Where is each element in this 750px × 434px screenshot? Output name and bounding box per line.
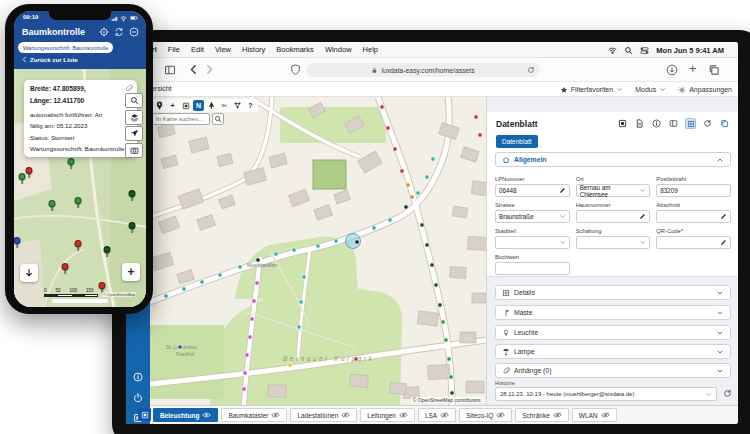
pencil-icon[interactable]	[639, 213, 646, 220]
panel-print-icon[interactable]	[719, 118, 730, 129]
map-marker[interactable]	[334, 239, 338, 243]
accordion-leuchte[interactable]: Leuchte	[495, 325, 731, 340]
tree-pin[interactable]	[21, 177, 23, 184]
menu-edit[interactable]: Edit	[191, 45, 204, 54]
tab-overview-icon[interactable]	[708, 64, 720, 76]
map-marker[interactable]	[393, 147, 397, 151]
zoom-in-button[interactable]: +	[122, 263, 140, 281]
map-marker[interactable]	[444, 338, 448, 342]
menu-bookmarks[interactable]: Bookmarks	[276, 45, 314, 54]
accordion-details[interactable]: Details	[495, 285, 731, 300]
selected-marker[interactable]	[355, 240, 360, 245]
accordion-allgemein[interactable]: Allgemein	[495, 152, 731, 167]
map-search-input[interactable]	[152, 113, 210, 125]
accordion-lampe[interactable]: Lampe	[495, 344, 731, 359]
map-marker[interactable]	[406, 183, 410, 187]
map-marker[interactable]	[449, 375, 453, 379]
download-button[interactable]	[20, 264, 38, 282]
map-marker[interactable]	[255, 281, 259, 285]
buchwert-field[interactable]	[495, 262, 570, 275]
map-marker[interactable]	[297, 325, 301, 329]
panel-undo-icon[interactable]	[702, 118, 713, 129]
historie-undo-icon[interactable]	[723, 389, 732, 398]
menu-window[interactable]: Window	[325, 45, 352, 54]
eye-off-icon[interactable]	[553, 412, 562, 418]
lpnummer-field[interactable]: 06448	[495, 184, 570, 197]
eye-off-icon[interactable]	[496, 412, 505, 418]
new-tab-icon[interactable]: +	[689, 61, 697, 76]
panel-grid-icon[interactable]	[685, 118, 696, 129]
tree-pin[interactable]	[77, 244, 79, 251]
map-marker[interactable]	[388, 218, 392, 222]
layer-tab-schraenke[interactable]: Schränke	[515, 408, 568, 422]
map-marker[interactable]	[416, 191, 420, 195]
historie-select[interactable]: 28.11.23, 10:19 - heute (muehlberger@six…	[495, 387, 717, 401]
wifi-icon[interactable]	[608, 46, 617, 55]
menu-history[interactable]: History	[242, 45, 265, 54]
tree-pin[interactable]	[77, 201, 79, 208]
schaltung-select[interactable]	[576, 236, 651, 249]
power-icon[interactable]	[133, 393, 143, 403]
panel-window-icon[interactable]	[617, 118, 628, 129]
map-marker[interactable]	[248, 335, 252, 339]
map-marker[interactable]	[182, 287, 186, 291]
map-marker[interactable]	[372, 226, 376, 230]
cut-tool-icon[interactable]: ✂	[219, 100, 230, 111]
panel-info-icon[interactable]	[651, 118, 662, 129]
help-tool-icon[interactable]: ?	[245, 100, 256, 111]
layer-tab-baumkataster[interactable]: Baumkataster	[221, 408, 287, 422]
map-area[interactable]: Musikpavillon Bernauer Kurpark St. Laure…	[150, 97, 486, 405]
customizations-button[interactable]: Anpassungen	[678, 86, 732, 94]
paperclip-icon[interactable]	[124, 84, 133, 93]
map-marker[interactable]	[288, 363, 292, 367]
layers-button[interactable]	[125, 110, 143, 125]
eye-off-icon[interactable]	[271, 412, 280, 418]
eye-off-icon[interactable]	[440, 412, 449, 418]
map-marker[interactable]	[425, 243, 429, 247]
tree-pin[interactable]	[131, 226, 133, 233]
map-marker[interactable]	[178, 345, 182, 349]
address-bar[interactable]: luxdata-easy.com/home/assets	[306, 63, 540, 77]
tree-pin[interactable]	[70, 162, 72, 169]
map-marker[interactable]	[252, 299, 256, 303]
map-marker[interactable]	[478, 133, 482, 137]
map-marker[interactable]	[441, 320, 445, 324]
tree-pin[interactable]	[64, 267, 66, 274]
strasse-select[interactable]: Braunstraße	[495, 210, 570, 223]
layer-tab-siteco-iq[interactable]: Siteco-IQ	[459, 408, 512, 422]
map-marker[interactable]	[316, 244, 320, 248]
map-marker[interactable]	[404, 205, 408, 209]
control-center-icon[interactable]	[640, 46, 649, 55]
map-marker[interactable]	[164, 294, 168, 298]
datenblatt-tab[interactable]: Datenblatt	[496, 135, 538, 148]
map-marker[interactable]	[354, 357, 358, 361]
downloads-icon[interactable]	[666, 64, 678, 76]
layer-tab-ladestationen[interactable]: Ladestationen	[290, 408, 357, 422]
move-tool-icon[interactable]: +	[167, 100, 178, 111]
map-marker[interactable]	[474, 115, 478, 119]
map-marker[interactable]	[274, 252, 278, 256]
ort-select[interactable]: Bernau am Chiemsee	[576, 184, 651, 197]
search-button[interactable]	[125, 93, 143, 108]
layer-tab-wlan[interactable]: WLAN	[572, 408, 617, 422]
map-marker[interactable]	[410, 195, 414, 199]
layer-tab-leitungen[interactable]: Leitungen	[360, 408, 415, 422]
tree-pin[interactable]	[106, 250, 108, 257]
mode-button[interactable]: Modus	[635, 86, 666, 93]
map-marker[interactable]	[250, 317, 254, 321]
info-icon[interactable]	[133, 372, 143, 382]
map-marker[interactable]	[292, 248, 296, 252]
filter-favorites-button[interactable]: Filterfavoriten	[560, 86, 623, 94]
panel-list-icon[interactable]	[668, 118, 679, 129]
locate-button[interactable]	[125, 126, 143, 141]
hausnummer-field[interactable]	[576, 210, 651, 223]
eye-off-icon[interactable]	[341, 412, 350, 418]
map-marker[interactable]	[200, 280, 204, 284]
layer-tab-beleuchtung[interactable]: Beleuchtung	[153, 408, 218, 422]
pencil-icon[interactable]	[720, 239, 727, 246]
reload-icon[interactable]	[527, 66, 535, 74]
back-icon[interactable]	[188, 64, 199, 75]
map-marker[interactable]	[430, 263, 434, 267]
map-marker[interactable]	[450, 391, 454, 395]
tree-pin[interactable]	[28, 171, 30, 178]
